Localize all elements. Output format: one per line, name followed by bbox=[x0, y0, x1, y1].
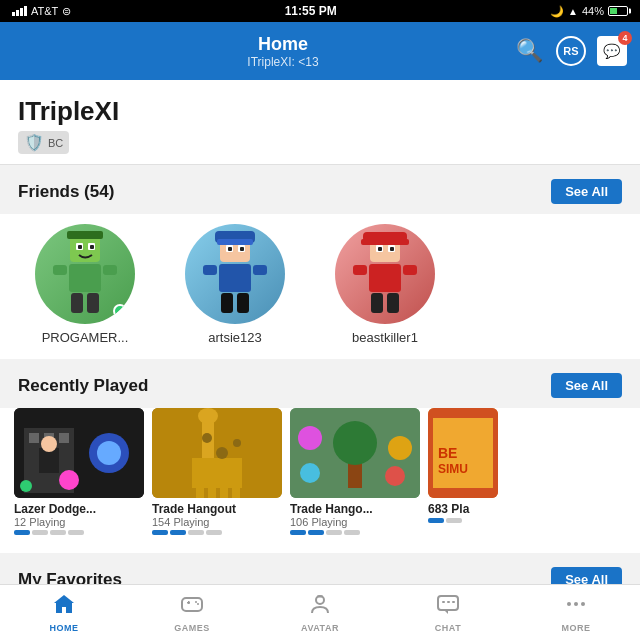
game-name: Trade Hangout bbox=[152, 502, 282, 516]
svg-point-50 bbox=[233, 439, 241, 447]
svg-point-91 bbox=[567, 602, 571, 606]
nav-chat-label: CHAT bbox=[435, 623, 461, 633]
main-content: ITripleXI 🛡️ BC Friends (54) See All bbox=[0, 80, 640, 584]
svg-rect-29 bbox=[390, 247, 394, 251]
status-right: 🌙 ▲ 44% bbox=[550, 5, 628, 18]
header-center: Home ITripleXI: <13 bbox=[247, 34, 318, 69]
svg-point-48 bbox=[202, 433, 212, 443]
game-thumbnail bbox=[152, 408, 282, 498]
game-thumbnail bbox=[14, 408, 144, 498]
nav-home[interactable]: HOME bbox=[0, 587, 128, 639]
location-icon: ▲ bbox=[568, 6, 578, 17]
game-card[interactable]: BE SIMU 683 Pla bbox=[428, 408, 498, 535]
friend-avatar bbox=[335, 224, 435, 324]
game-card[interactable]: Lazer Dodge... 12 Playing bbox=[14, 408, 144, 535]
friends-section-header: Friends (54) See All bbox=[0, 165, 640, 214]
chat-header-button[interactable]: 💬 4 bbox=[596, 35, 628, 67]
svg-rect-19 bbox=[203, 265, 217, 275]
favorites-section-header: My Favorites See All bbox=[0, 553, 640, 584]
game-card[interactable]: Trade Hangout 154 Playing bbox=[152, 408, 282, 535]
header-subtitle: ITripleXI: <13 bbox=[247, 55, 318, 69]
search-button[interactable]: 🔍 bbox=[514, 35, 546, 67]
friend-name: artsie123 bbox=[208, 330, 261, 345]
svg-rect-22 bbox=[237, 293, 249, 313]
svg-point-60 bbox=[388, 436, 412, 460]
battery-icon bbox=[608, 6, 628, 16]
battery-percent: 44% bbox=[582, 5, 604, 17]
games-scroll: Lazer Dodge... 12 Playing bbox=[0, 408, 640, 549]
status-bar: AT&T ⊜ 11:55 PM 🌙 ▲ 44% bbox=[0, 0, 640, 22]
svg-rect-39 bbox=[59, 433, 69, 443]
game-card[interactable]: Trade Hango... 106 Playing bbox=[290, 408, 420, 535]
moon-icon: 🌙 bbox=[550, 5, 564, 18]
recently-played-container: Lazer Dodge... 12 Playing bbox=[0, 408, 640, 553]
nav-more[interactable]: MORE bbox=[512, 587, 640, 639]
game-name: 683 Pla bbox=[428, 502, 498, 516]
signal-bars bbox=[12, 6, 27, 16]
bc-icon: 🛡️ bbox=[24, 133, 44, 152]
friends-container: PROGAMER... bbox=[0, 214, 640, 359]
favorites-see-all-button[interactable]: See All bbox=[551, 567, 622, 584]
friend-character-svg bbox=[195, 229, 275, 319]
game-rating bbox=[290, 530, 420, 535]
svg-rect-81 bbox=[188, 601, 190, 604]
svg-point-43 bbox=[97, 441, 121, 465]
friends-scroll: PROGAMER... bbox=[0, 224, 640, 345]
nav-games[interactable]: GAMES bbox=[128, 587, 256, 639]
recently-played-title: Recently Played bbox=[18, 376, 148, 396]
nav-avatar-label: AVATAR bbox=[301, 623, 339, 633]
svg-text:SIMU: SIMU bbox=[438, 462, 468, 476]
svg-point-83 bbox=[197, 603, 199, 605]
recently-played-see-all-button[interactable]: See All bbox=[551, 373, 622, 398]
game-rating bbox=[152, 530, 282, 535]
wifi-icon: ⊜ bbox=[62, 5, 71, 18]
header-title: Home bbox=[258, 34, 308, 55]
svg-rect-85 bbox=[317, 595, 323, 598]
svg-rect-1 bbox=[67, 231, 103, 239]
svg-rect-17 bbox=[240, 247, 244, 251]
nav-avatar[interactable]: AVATAR bbox=[256, 587, 384, 639]
svg-rect-88 bbox=[442, 601, 445, 603]
svg-rect-21 bbox=[221, 293, 233, 313]
profile-section: ITripleXI 🛡️ BC bbox=[0, 80, 640, 165]
bottom-nav: HOME GAMES AVATAR bbox=[0, 584, 640, 640]
svg-point-41 bbox=[41, 436, 57, 452]
svg-rect-13 bbox=[217, 239, 253, 245]
svg-rect-5 bbox=[90, 245, 94, 249]
svg-point-49 bbox=[216, 447, 228, 459]
svg-rect-6 bbox=[69, 264, 101, 292]
svg-rect-32 bbox=[403, 265, 417, 275]
svg-rect-30 bbox=[369, 264, 401, 292]
svg-rect-34 bbox=[387, 293, 399, 313]
recently-played-header: Recently Played See All bbox=[0, 359, 640, 408]
svg-point-51 bbox=[198, 408, 218, 424]
chat-badge: 4 bbox=[618, 31, 632, 45]
games-icon bbox=[180, 593, 204, 621]
nav-chat[interactable]: CHAT bbox=[384, 587, 512, 639]
game-rating bbox=[14, 530, 144, 535]
header-icons: 🔍 RS 💬 4 bbox=[514, 35, 628, 67]
svg-rect-18 bbox=[219, 264, 251, 292]
svg-rect-20 bbox=[253, 265, 267, 275]
avatar-icon bbox=[308, 593, 332, 621]
header: Home ITripleXI: <13 🔍 RS 💬 4 bbox=[0, 22, 640, 80]
svg-rect-10 bbox=[87, 293, 99, 313]
friend-avatar bbox=[185, 224, 285, 324]
svg-point-61 bbox=[300, 463, 320, 483]
game-name: Lazer Dodge... bbox=[14, 502, 144, 516]
friend-item[interactable]: artsie123 bbox=[160, 224, 310, 345]
bc-badge: 🛡️ BC bbox=[18, 131, 69, 154]
svg-rect-47 bbox=[192, 458, 242, 488]
friends-title: Friends (54) bbox=[18, 182, 114, 202]
rs-icon: RS bbox=[563, 45, 578, 57]
svg-rect-8 bbox=[103, 265, 117, 275]
chat-icon bbox=[436, 593, 460, 621]
friend-item[interactable]: beastkiller1 bbox=[310, 224, 460, 345]
game-rating bbox=[428, 518, 498, 523]
friends-see-all-button[interactable]: See All bbox=[551, 179, 622, 204]
svg-point-59 bbox=[298, 426, 322, 450]
svg-point-93 bbox=[581, 602, 585, 606]
carrier-label: AT&T bbox=[31, 5, 58, 17]
robux-button[interactable]: RS bbox=[556, 36, 586, 66]
friend-item[interactable]: PROGAMER... bbox=[10, 224, 160, 345]
